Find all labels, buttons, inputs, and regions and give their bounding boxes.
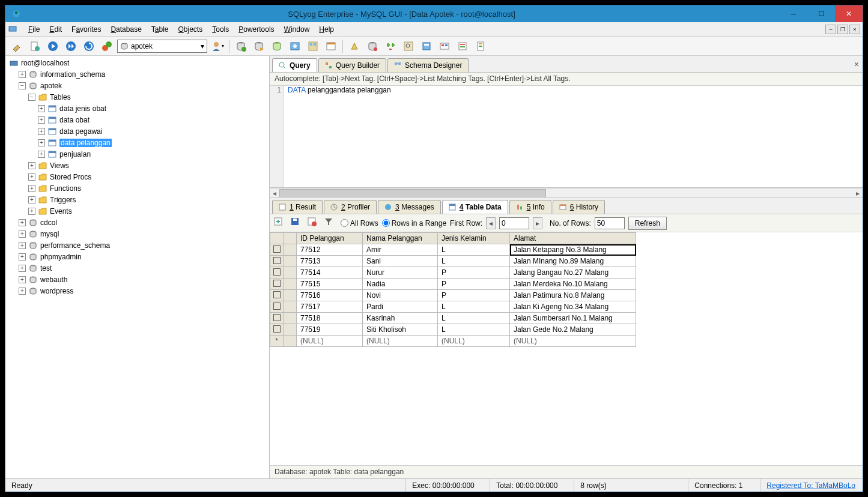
save-button[interactable] bbox=[290, 217, 303, 230]
row-selector[interactable] bbox=[270, 290, 284, 301]
cell[interactable]: P bbox=[438, 279, 510, 290]
cell[interactable]: Pardi bbox=[363, 301, 438, 313]
cell[interactable]: 77519 bbox=[297, 324, 363, 336]
close-button[interactable]: ✕ bbox=[835, 5, 863, 22]
new-row[interactable]: *(NULL)(NULL)(NULL)(NULL) bbox=[270, 336, 636, 347]
row-selector[interactable] bbox=[270, 267, 284, 279]
table-row[interactable]: 77518KasrinahLJalan Sumbersari No.1 Mala… bbox=[270, 313, 636, 324]
data-grid[interactable]: ID PelangganNama PelangganJenis KelaminA… bbox=[270, 232, 863, 465]
tree-expand-icon[interactable]: + bbox=[28, 173, 35, 181]
tab-query-builder[interactable]: Query Builder bbox=[318, 58, 386, 72]
export-button[interactable] bbox=[305, 38, 321, 54]
titlebar[interactable]: SQLyog Enterprise - MySQL GUI - [Data Ap… bbox=[5, 5, 863, 22]
tree-expand-icon[interactable]: + bbox=[19, 288, 26, 295]
tree-root[interactable]: root@localhost bbox=[5, 57, 269, 68]
row-selector[interactable] bbox=[270, 301, 284, 313]
table-row[interactable]: 77516NoviPJalan Patimura No.8 Malang bbox=[270, 290, 636, 301]
tab-messages[interactable]: 3 Messages bbox=[378, 200, 441, 214]
execute-query-button[interactable] bbox=[45, 38, 61, 54]
cell[interactable]: P bbox=[438, 267, 510, 279]
data-sync-button[interactable] bbox=[251, 38, 267, 54]
minimize-button[interactable]: ─ bbox=[780, 5, 807, 22]
tree-db-webauth[interactable]: +webauth bbox=[5, 274, 269, 285]
tree-expand-icon[interactable]: + bbox=[19, 230, 26, 238]
tree-folder-tables[interactable]: −Tables bbox=[5, 91, 269, 103]
cell[interactable]: P bbox=[438, 290, 510, 301]
cell[interactable]: 77515 bbox=[297, 279, 363, 290]
scroll-thumb[interactable] bbox=[279, 189, 546, 197]
cell[interactable]: Amir bbox=[363, 244, 438, 256]
menu-help[interactable]: Help bbox=[314, 23, 339, 35]
notify-button[interactable] bbox=[419, 38, 434, 54]
database-combo[interactable]: apotek ▾ bbox=[117, 40, 207, 53]
scroll-right-icon[interactable]: ▸ bbox=[853, 188, 863, 198]
cell[interactable]: Jalan Ketapang No.3 Malang bbox=[510, 244, 636, 256]
form-button[interactable] bbox=[455, 38, 470, 54]
cell[interactable]: L bbox=[438, 324, 510, 336]
visual-button[interactable] bbox=[437, 38, 452, 54]
prev-page-button[interactable]: ◂ bbox=[486, 217, 496, 229]
cell[interactable]: Jalan Merdeka No.10 Malang bbox=[510, 279, 636, 290]
tree-folder-events[interactable]: +Events bbox=[5, 205, 269, 217]
cell[interactable]: 77512 bbox=[297, 244, 363, 256]
new-connection-button[interactable] bbox=[9, 38, 25, 54]
rows-range-radio[interactable]: Rows in a Range bbox=[382, 219, 446, 227]
table-row[interactable]: 77519Siti KholisohLJalan Gede No.2 Malan… bbox=[270, 324, 636, 336]
tree-db-wordpress[interactable]: +wordpress bbox=[5, 285, 269, 297]
tree-db-test[interactable]: +test bbox=[5, 262, 269, 274]
menu-edit[interactable]: Edit bbox=[44, 23, 67, 35]
tree-table-data-jenis-obat[interactable]: +data jenis obat bbox=[5, 103, 269, 114]
table-row[interactable]: 77512AmirLJalan Ketapang No.3 Malang bbox=[270, 244, 636, 256]
menu-favorites[interactable]: Favorites bbox=[67, 23, 106, 35]
menu-database[interactable]: Database bbox=[106, 23, 146, 35]
row-selector[interactable] bbox=[270, 244, 284, 256]
mdi-minimize-button[interactable]: – bbox=[825, 25, 836, 34]
cell[interactable]: 77518 bbox=[297, 313, 363, 324]
tree-expand-icon[interactable]: + bbox=[38, 139, 45, 146]
column-header[interactable]: Jenis Kelamin bbox=[438, 233, 510, 244]
menu-objects[interactable]: Objects bbox=[174, 23, 208, 35]
tree-folder-triggers[interactable]: +Triggers bbox=[5, 194, 269, 205]
tab-info[interactable]: 5 Info bbox=[509, 200, 551, 214]
cell[interactable]: Nadia bbox=[363, 279, 438, 290]
column-header[interactable]: Alamat bbox=[510, 233, 636, 244]
tree-expand-icon[interactable]: + bbox=[19, 219, 26, 226]
tree-expand-icon[interactable]: + bbox=[28, 208, 35, 215]
maximize-button[interactable]: ☐ bbox=[807, 5, 835, 22]
cell[interactable]: Nurur bbox=[363, 267, 438, 279]
cell[interactable]: Jalan Gede No.2 Malang bbox=[510, 324, 636, 336]
cell[interactable]: Jalan Sumbersari No.1 Malang bbox=[510, 313, 636, 324]
tree-expand-icon[interactable]: + bbox=[19, 253, 26, 261]
tree-expand-icon[interactable]: + bbox=[28, 185, 35, 192]
tab-history[interactable]: 6 History bbox=[553, 200, 605, 214]
tree-db-cdcol[interactable]: +cdcol bbox=[5, 217, 269, 228]
menu-window[interactable]: Window bbox=[279, 23, 315, 35]
cell[interactable]: (NULL) bbox=[510, 336, 636, 347]
tree-expand-icon[interactable]: + bbox=[28, 196, 35, 203]
report-button[interactable] bbox=[473, 38, 488, 54]
cell[interactable]: Siti Kholisoh bbox=[363, 324, 438, 336]
tree-expand-icon[interactable]: + bbox=[19, 71, 26, 78]
table-row[interactable]: 77514NururPJalang Bangau No.27 Malang bbox=[270, 267, 636, 279]
tree-table-data-obat[interactable]: +data obat bbox=[5, 114, 269, 125]
add-row-button[interactable] bbox=[273, 217, 287, 230]
sql-editor[interactable]: 1 DATA pelanggandata pelanggan bbox=[270, 86, 863, 188]
tree-collapse-icon[interactable]: − bbox=[28, 94, 35, 101]
user-manager-button[interactable]: ▾ bbox=[210, 38, 225, 54]
cell[interactable]: Kasrinah bbox=[363, 313, 438, 324]
cell[interactable]: (NULL) bbox=[363, 336, 438, 347]
tree-db-info-schema[interactable]: +information_schema bbox=[5, 68, 269, 80]
tree-folder-views[interactable]: +Views bbox=[5, 160, 269, 171]
editor-hscrollbar[interactable]: ◂ ▸ bbox=[270, 188, 863, 197]
backup-button[interactable] bbox=[269, 38, 285, 54]
cell[interactable]: 77514 bbox=[297, 267, 363, 279]
tab-close-button[interactable]: × bbox=[854, 59, 859, 69]
copy-db-button[interactable] bbox=[383, 38, 398, 54]
cell[interactable]: L bbox=[438, 313, 510, 324]
tree-expand-icon[interactable]: + bbox=[38, 116, 45, 124]
tree-table-penjualan[interactable]: +penjualan bbox=[5, 148, 269, 160]
tree-db-mysql[interactable]: +mysql bbox=[5, 228, 269, 239]
registered-link[interactable]: Registered To: TaMaMBoLo bbox=[760, 479, 863, 492]
cell[interactable]: (NULL) bbox=[297, 336, 363, 347]
cell[interactable]: 77517 bbox=[297, 301, 363, 313]
